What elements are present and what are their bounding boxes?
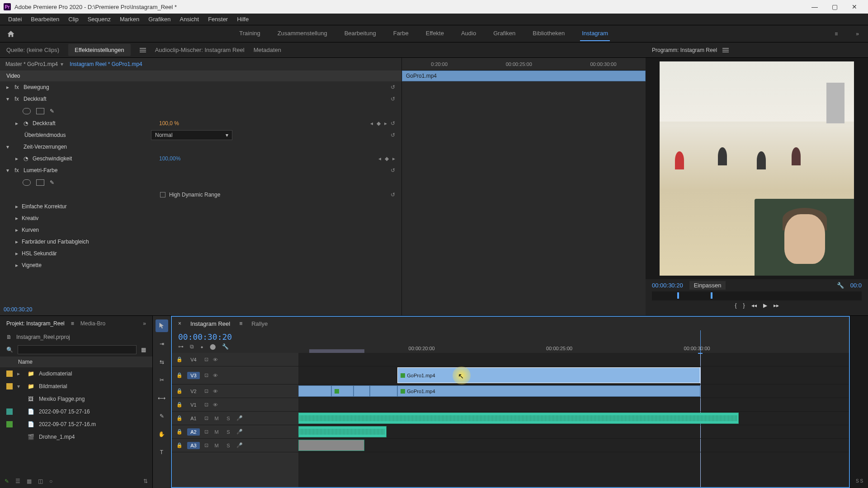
mark-out-button[interactable]: }	[743, 302, 745, 309]
step-fwd-button[interactable]: ▸▸	[774, 302, 779, 309]
sync-lock-icon[interactable]: ⊡	[204, 357, 208, 362]
list-item[interactable]: ▾📁Bildmaterial	[0, 380, 152, 393]
panel-menu-icon[interactable]: ≡	[239, 320, 242, 327]
column-name-header[interactable]: Name	[0, 357, 152, 367]
twisty-icon[interactable]: ▾	[6, 96, 13, 102]
close-seq-icon[interactable]: ×	[178, 320, 181, 327]
ws-effekte[interactable]: Effekte	[424, 26, 446, 41]
rect-mask-button[interactable]	[36, 179, 44, 186]
menu-sequenz[interactable]: Sequenz	[83, 14, 115, 24]
menu-clip[interactable]: Clip	[64, 14, 83, 24]
track-header-v2[interactable]: 🔒V2⊡👁	[172, 385, 298, 398]
twisty-icon[interactable]: ▾	[6, 167, 13, 174]
timeline-ruler[interactable]: 00:00:20:00 00:00:25:00 00:00:30:00	[298, 330, 849, 353]
voiceover-icon[interactable]: 🎤	[236, 442, 243, 448]
lock-icon[interactable]: 🔒	[176, 442, 183, 448]
pen-mask-button[interactable]: ✎	[50, 179, 54, 186]
sync-lock-icon[interactable]: ⊡	[204, 402, 208, 408]
menu-bearbeiten[interactable]: Bearbeiten	[26, 14, 64, 24]
sub-hsl-label[interactable]: HSL Sekundär	[22, 250, 148, 257]
wrench-icon[interactable]: 🔧	[222, 343, 229, 350]
tab-effekteinstellungen[interactable]: Effekteinstellungen	[68, 44, 131, 56]
ws-instagram[interactable]: Instagram	[580, 26, 610, 41]
sync-lock-icon[interactable]: ⊡	[204, 388, 208, 394]
fx-lumetri-label[interactable]: Lumetri-Farbe	[24, 167, 150, 174]
search-icon[interactable]: 🔍	[6, 347, 13, 353]
menu-grafiken[interactable]: Grafiken	[144, 14, 175, 24]
clip-v3-gopro[interactable]: GoPro1.mp4	[397, 367, 700, 383]
play-button[interactable]: ▶	[763, 302, 767, 309]
fx-zeit-label[interactable]: Zeit-Verzerrungen	[24, 144, 150, 150]
sort-icon[interactable]: ⇅	[143, 478, 148, 484]
sub-einfache-label[interactable]: Einfache Korrektur	[22, 203, 148, 210]
mark-in-button[interactable]: {	[735, 302, 736, 309]
prop-deckkraft-value[interactable]: 100,0 %	[159, 120, 259, 127]
ripple-edit-tool[interactable]: ⇆	[156, 356, 168, 368]
next-kf-icon[interactable]: ▸	[392, 155, 395, 162]
ws-farbe[interactable]: Farbe	[392, 26, 410, 41]
panel-menu-icon[interactable]	[722, 48, 729, 52]
eye-icon[interactable]: 👁	[213, 389, 218, 394]
ws-bibliotheken[interactable]: Bibliotheken	[531, 26, 566, 41]
razor-tool[interactable]: ✂	[156, 374, 168, 386]
program-scrubber[interactable]	[652, 291, 862, 300]
twisty-icon[interactable]: ▸	[15, 203, 22, 210]
icon-view-icon[interactable]: ▦	[27, 478, 32, 484]
ws-zusammenstellung[interactable]: Zusammenstellung	[276, 26, 329, 41]
prop-speed-value[interactable]: 100,00%	[159, 155, 259, 162]
add-kf-icon[interactable]: ◆	[377, 120, 381, 127]
clip-v2-b[interactable]	[331, 385, 354, 397]
clip-v2-gopro[interactable]: GoPro1.mp4	[397, 385, 700, 397]
twisty-icon[interactable]: ▾	[17, 383, 23, 389]
audio-clip-a1[interactable]	[298, 413, 739, 424]
seq-tab-rallye[interactable]: Rallye	[251, 320, 268, 327]
tab-audioclip-mischer[interactable]: Audioclip-Mischer: Instagram Reel	[155, 44, 245, 56]
list-item[interactable]: ▸📁Audiomaterial	[0, 367, 152, 380]
tab-media-browser[interactable]: Media-Bro	[80, 320, 105, 327]
twisty-icon[interactable]: ▸	[15, 120, 22, 127]
hdr-checkbox[interactable]	[160, 192, 165, 197]
overflow-icon[interactable]: »	[143, 320, 146, 327]
reset-icon[interactable]: ↺	[391, 96, 395, 102]
hand-tool[interactable]: ✋	[156, 428, 168, 441]
sub-kurven-label[interactable]: Kurven	[22, 227, 148, 233]
fx-badge-icon[interactable]: fx	[13, 84, 21, 90]
clip-v2-c[interactable]	[354, 385, 370, 397]
sync-lock-icon[interactable]: ⊡	[204, 372, 208, 378]
zoom-fit-select[interactable]: Einpassen	[689, 281, 726, 290]
type-tool[interactable]: T	[156, 446, 168, 459]
list-item[interactable]: 📄2022-09-07 15-27-16.m	[0, 418, 152, 431]
reset-icon[interactable]: ↺	[391, 192, 395, 198]
menu-fenster[interactable]: Fenster	[203, 14, 232, 24]
solo-button[interactable]: S	[225, 416, 232, 421]
freeform-view-icon[interactable]: ◫	[38, 478, 43, 484]
ws-audio[interactable]: Audio	[459, 26, 478, 41]
lock-icon[interactable]: 🔒	[176, 372, 183, 378]
ws-grafiken[interactable]: Grafiken	[491, 26, 517, 41]
program-monitor[interactable]	[646, 58, 868, 279]
home-button[interactable]	[0, 30, 22, 38]
ws-training[interactable]: Training	[237, 26, 262, 41]
menu-ansicht[interactable]: Ansicht	[175, 14, 203, 24]
menu-datei[interactable]: Datei	[4, 14, 26, 24]
program-timecode[interactable]: 00:00:30:20	[652, 282, 683, 289]
chevron-down-icon[interactable]: ▾	[61, 61, 63, 67]
tab-quelle[interactable]: Quelle: (keine Clips)	[6, 44, 59, 56]
list-item[interactable]: 🖼Mexiko Flagge.png	[0, 393, 152, 405]
tab-projekt[interactable]: Projekt: Instagram_Reel	[6, 320, 65, 327]
zoom-slider[interactable]: ○	[49, 478, 52, 484]
lock-icon[interactable]: 🔒	[176, 402, 183, 408]
effect-controls-timeline[interactable]: 0:20:00 00:00:25:00 00:00:30:00 GoPro1.m…	[401, 58, 646, 315]
sync-lock-icon[interactable]: ⊡	[204, 415, 208, 421]
sub-vignette-label[interactable]: Vignette	[22, 262, 148, 268]
seq-tab-instagram[interactable]: Instagram Reel	[190, 320, 230, 327]
minimize-button[interactable]: —	[805, 0, 825, 14]
reset-icon[interactable]: ↺	[391, 132, 395, 138]
stopwatch-icon[interactable]: ◔	[22, 155, 30, 162]
twisty-icon[interactable]: ▸	[6, 84, 13, 90]
sync-lock-icon[interactable]: ⊡	[204, 429, 208, 435]
timeline-content[interactable]: GoPro1.mp4 ↖ GoPro1.mp4	[298, 353, 849, 487]
reset-icon[interactable]: ↺	[391, 84, 395, 90]
blend-mode-select[interactable]: Normal▾	[151, 130, 232, 140]
snap-icon[interactable]: ⊶	[178, 343, 184, 350]
